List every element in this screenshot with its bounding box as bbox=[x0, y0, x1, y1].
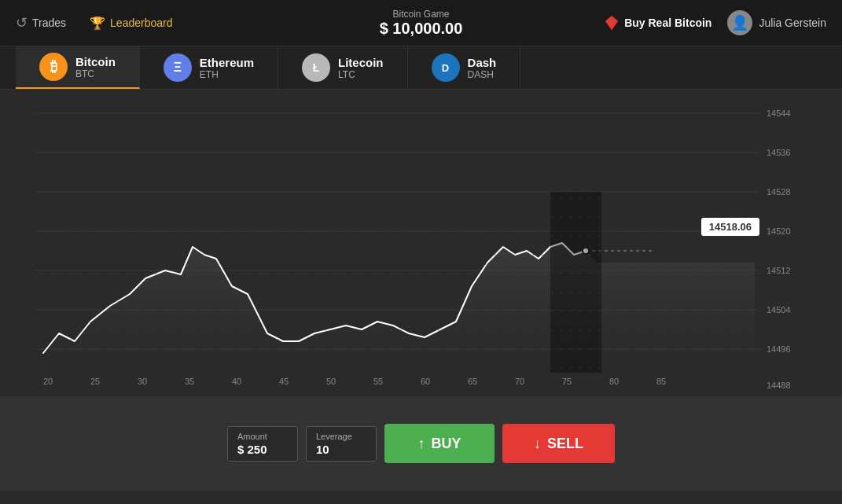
trades-nav-item[interactable]: ↺ Trades bbox=[16, 14, 66, 31]
buy-bitcoin-label: Buy Real Bitcoin bbox=[624, 17, 711, 29]
buy-label: BUY bbox=[431, 436, 461, 452]
dash-info: Dash DASH bbox=[468, 56, 497, 80]
btc-ticker: BTC bbox=[75, 68, 116, 79]
coin-tab-ltc[interactable]: Ł Litecoin LTC bbox=[278, 46, 408, 89]
leverage-value: 10 bbox=[316, 443, 366, 456]
avatar: 👤 bbox=[727, 10, 752, 35]
arrow-up-icon: ↑ bbox=[417, 436, 425, 452]
leaderboard-label: Leaderboard bbox=[110, 17, 172, 29]
current-price: 14518.06 bbox=[709, 221, 752, 233]
coin-tab-dash[interactable]: D Dash DASH bbox=[408, 46, 521, 89]
ltc-icon: Ł bbox=[302, 53, 330, 82]
chart-area: 14544 14536 14528 14520 14512 14504 1449… bbox=[0, 90, 842, 396]
trophy-icon: 🏆 bbox=[90, 16, 105, 31]
eth-ticker: ETH bbox=[200, 69, 254, 80]
game-amount: $ 10,000.00 bbox=[380, 20, 463, 38]
amount-label: Amount bbox=[237, 432, 288, 441]
nav-center: Bitcoin Game $ 10,000.00 bbox=[286, 9, 557, 38]
game-label: Bitcoin Game bbox=[392, 9, 449, 20]
leaderboard-nav-item[interactable]: 🏆 Leaderboard bbox=[90, 16, 172, 31]
dash-icon: D bbox=[432, 53, 460, 82]
btc-info: Bitcoin BTC bbox=[75, 55, 116, 79]
user-profile[interactable]: 👤 Julia Gerstein bbox=[727, 10, 826, 35]
dash-name: Dash bbox=[468, 56, 497, 69]
nav-right: Buy Real Bitcoin 👤 Julia Gerstein bbox=[556, 10, 826, 35]
btc-name: Bitcoin bbox=[75, 55, 116, 68]
eth-icon: Ξ bbox=[164, 53, 192, 82]
sell-button[interactable]: ↓ SELL bbox=[502, 424, 615, 463]
coin-tab-eth[interactable]: Ξ Ethereum ETH bbox=[140, 46, 278, 89]
buy-real-bitcoin-button[interactable]: Buy Real Bitcoin bbox=[604, 15, 711, 31]
top-navigation: ↺ Trades 🏆 Leaderboard Bitcoin Game $ 10… bbox=[0, 0, 842, 46]
ltc-ticker: LTC bbox=[338, 69, 384, 80]
diamond-icon bbox=[604, 15, 620, 31]
trades-label: Trades bbox=[32, 17, 66, 29]
user-icon: 👤 bbox=[731, 14, 748, 31]
eth-info: Ethereum ETH bbox=[200, 56, 254, 80]
btc-icon: ₿ bbox=[39, 53, 68, 81]
nav-left: ↺ Trades 🏆 Leaderboard bbox=[16, 14, 286, 31]
ltc-info: Litecoin LTC bbox=[338, 56, 384, 80]
history-icon: ↺ bbox=[16, 14, 28, 31]
arrow-down-icon: ↓ bbox=[534, 436, 541, 452]
amount-value: $ 250 bbox=[237, 443, 288, 456]
buy-button[interactable]: ↑ BUY bbox=[384, 424, 495, 463]
bottom-controls: Amount $ 250 Leverage 10 ↑ BUY ↓ SELL bbox=[0, 396, 842, 491]
price-tooltip: 14518.06 bbox=[701, 218, 759, 236]
sell-label: SELL bbox=[547, 436, 583, 452]
dash-ticker: DASH bbox=[468, 69, 497, 80]
coin-tabs: ₿ Bitcoin BTC Ξ Ethereum ETH Ł Litecoin … bbox=[0, 46, 842, 90]
amount-input-group[interactable]: Amount $ 250 bbox=[227, 426, 298, 462]
user-name: Julia Gerstein bbox=[759, 17, 826, 29]
svg-text:14488: 14488 bbox=[767, 381, 791, 390]
ltc-name: Litecoin bbox=[338, 56, 384, 69]
eth-name: Ethereum bbox=[200, 56, 254, 69]
coin-tab-btc[interactable]: ₿ Bitcoin BTC bbox=[16, 46, 140, 89]
leverage-label: Leverage bbox=[316, 432, 366, 441]
leverage-input-group[interactable]: Leverage 10 bbox=[306, 426, 377, 462]
svg-marker-0 bbox=[605, 16, 618, 30]
